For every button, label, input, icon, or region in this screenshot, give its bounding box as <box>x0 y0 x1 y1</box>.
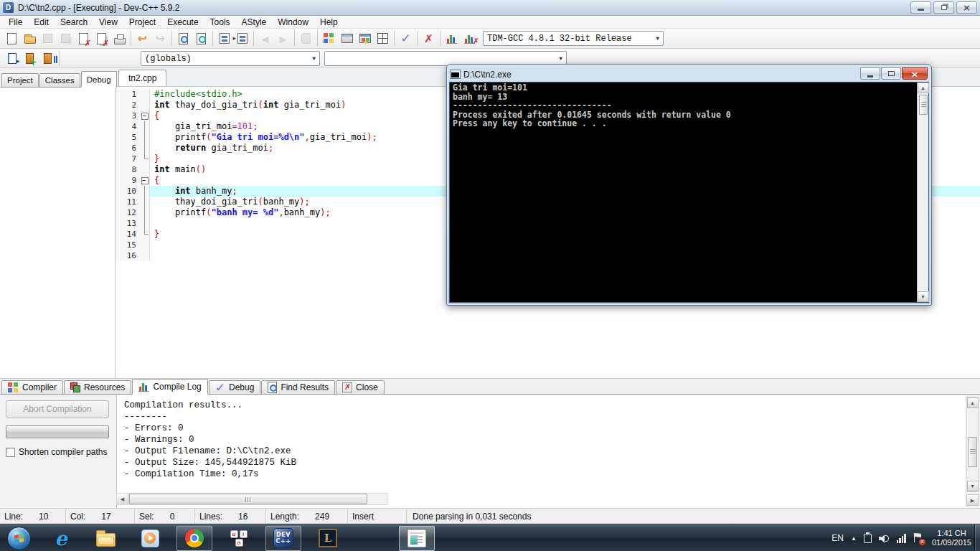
menu-item-window[interactable]: Window <box>272 16 314 29</box>
close-all-button[interactable] <box>93 30 110 47</box>
shorten-paths-checkbox[interactable] <box>6 448 15 457</box>
league-of-legends[interactable]: L <box>310 526 346 551</box>
compile-and-run-button[interactable] <box>356 30 374 47</box>
run-button[interactable] <box>338 30 356 47</box>
scroll-thumb[interactable] <box>968 437 977 467</box>
scroll-up-button[interactable]: ▲ <box>967 397 979 408</box>
console-title-bar[interactable]: D:\C\tn2.exe <box>449 67 929 82</box>
status-label: Sel: <box>139 512 154 522</box>
editor-tab-tn2[interactable]: tn2.cpp <box>118 70 166 86</box>
panel-tab-project[interactable]: Project <box>1 73 39 88</box>
report-tab-find-results[interactable]: Find Results <box>261 380 335 395</box>
undo-button[interactable] <box>133 30 151 47</box>
abort-button[interactable] <box>420 30 438 47</box>
close-button[interactable] <box>956 1 977 14</box>
open-file-button[interactable] <box>21 30 39 47</box>
find-in-files-button[interactable] <box>192 30 210 47</box>
volume-icon[interactable] <box>879 534 890 543</box>
network-icon[interactable] <box>897 534 906 543</box>
windows-media-player[interactable] <box>132 526 168 551</box>
unikey[interactable]: uin <box>221 526 257 551</box>
line-number: 15 <box>116 240 140 250</box>
rebuild-all-button[interactable] <box>374 30 392 47</box>
menu-item-edit[interactable]: Edit <box>28 16 55 29</box>
menu-item-project[interactable]: Project <box>123 16 161 29</box>
delete-profiling-button[interactable] <box>461 30 479 47</box>
scroll-thumb[interactable] <box>129 494 367 504</box>
scroll-down-button[interactable]: ▼ <box>918 291 929 302</box>
clock[interactable]: 1:41 CH 01/09/2015 <box>932 529 971 547</box>
compiler-select[interactable]: TDM-GCC 4.8.1 32-bit Release ▼ <box>483 31 664 46</box>
menu-item-view[interactable]: View <box>93 16 123 29</box>
console-minimize-button[interactable] <box>860 67 880 80</box>
scroll-up-button[interactable]: ▲ <box>918 83 929 93</box>
report-tab-compile-log[interactable]: Compile Log <box>132 379 207 395</box>
internet-explorer[interactable]: e <box>43 526 79 551</box>
log-vertical-scrollbar[interactable]: ▲ ▼ <box>966 397 979 492</box>
panel-tab-debug[interactable]: Debug <box>81 71 117 88</box>
log-horizontal-scrollbar[interactable]: ◀ <box>116 493 387 505</box>
project-panel: ProjectClassesDebug <box>0 68 116 378</box>
console-maximize-button[interactable] <box>881 67 901 80</box>
menu-item-tools[interactable]: Tools <box>204 16 236 29</box>
clipboard-tray-icon[interactable] <box>864 534 872 543</box>
menu-item-help[interactable]: Help <box>314 16 344 29</box>
decor <box>14 534 19 539</box>
language-indicator[interactable]: EN <box>831 533 844 543</box>
restore-button[interactable] <box>933 1 954 14</box>
print-button[interactable] <box>110 30 128 47</box>
toolbar-separator <box>212 31 213 46</box>
console-output[interactable]: Gia tri moi=101banh my= 13--------------… <box>449 82 929 303</box>
title-bar[interactable]: D D:\C\tn2.cpp - [Executing] - Dev-C++ 5… <box>0 0 980 16</box>
action-center-icon[interactable] <box>913 533 923 543</box>
report-tab-debug[interactable]: Debug <box>209 380 261 395</box>
console-close-button[interactable] <box>902 67 928 80</box>
compile-log-output[interactable]: Compilation results...--------- Errors: … <box>116 395 965 508</box>
colored-squares-app[interactable] <box>354 526 390 551</box>
scroll-thumb[interactable] <box>919 95 928 115</box>
menu-item-astyle[interactable]: AStyle <box>236 16 273 29</box>
remove-from-project-button[interactable] <box>39 50 57 67</box>
scroll-left-button[interactable]: ◀ <box>117 494 128 504</box>
profile-button[interactable] <box>443 30 461 47</box>
line-number: 2 <box>116 100 140 110</box>
fold-toggle[interactable] <box>140 110 150 121</box>
menu-item-search[interactable]: Search <box>55 16 93 29</box>
line-number: 8 <box>116 164 140 175</box>
report-tab-resources[interactable]: Resources <box>64 380 131 395</box>
console-app[interactable] <box>399 526 435 551</box>
add-to-project-button[interactable] <box>21 50 39 67</box>
report-tab-close[interactable]: Close <box>336 380 385 395</box>
menu-item-execute[interactable]: Execute <box>161 16 204 29</box>
show-desktop-button[interactable] <box>974 524 980 551</box>
scroll-right-button[interactable]: ▶ <box>966 494 979 506</box>
goto-line-button[interactable] <box>215 30 233 47</box>
fold-toggle[interactable] <box>140 175 150 186</box>
scroll-down-button[interactable]: ▼ <box>967 481 979 491</box>
console-window[interactable]: D:\C\tn2.exe Gia tri moi=101banh my= 13-… <box>446 64 932 306</box>
save-all-button <box>57 30 75 47</box>
project-panel-body[interactable] <box>0 87 116 378</box>
dev-cpp[interactable]: DEVC++ <box>265 526 301 551</box>
token: , <box>305 132 310 142</box>
debug-button[interactable] <box>397 30 415 47</box>
close-all-icon <box>97 33 106 44</box>
windows-explorer[interactable] <box>88 526 123 551</box>
goto-function-button[interactable] <box>233 30 251 47</box>
panel-tab-classes[interactable]: Classes <box>39 73 80 88</box>
new-file-button[interactable] <box>3 30 21 47</box>
find-button[interactable] <box>174 30 192 47</box>
unikey-icon: uin <box>230 529 249 547</box>
report-tab-compiler[interactable]: Compiler <box>1 380 63 395</box>
show-hidden-icons-button[interactable]: ▲ <box>851 535 857 542</box>
new-source-file-button[interactable] <box>3 50 21 67</box>
google-chrome[interactable] <box>176 526 212 551</box>
console-scrollbar[interactable]: ▲ ▼ <box>917 83 928 302</box>
compile-button[interactable] <box>320 30 338 47</box>
globals-select[interactable]: (globals) ▼ <box>141 51 320 66</box>
console-icon <box>451 70 460 78</box>
menu-item-file[interactable]: File <box>3 16 28 29</box>
close-file-button[interactable] <box>75 30 93 47</box>
minimize-button[interactable] <box>910 1 931 14</box>
start-button[interactable] <box>3 526 34 551</box>
